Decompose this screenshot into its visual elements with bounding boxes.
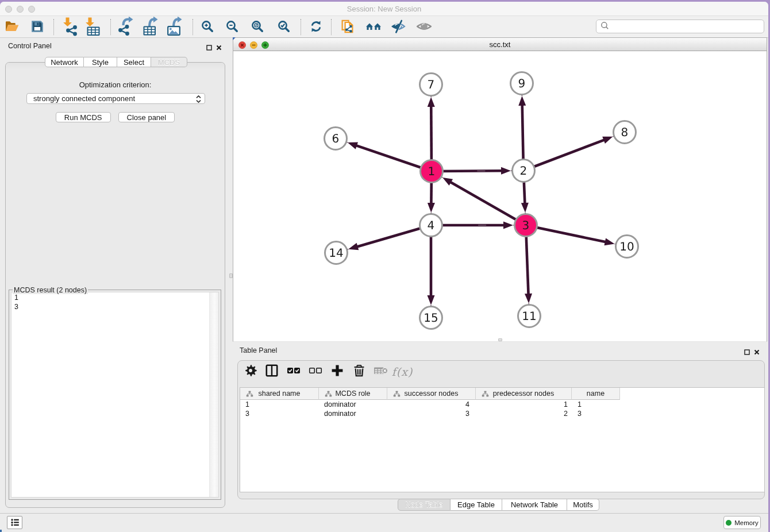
toolbar-separator — [331, 19, 332, 35]
zoom-fit-button[interactable] — [248, 18, 267, 37]
zoom-out-icon — [225, 20, 239, 36]
svg-text:10: 10 — [619, 240, 634, 253]
close-panel-icon[interactable] — [216, 43, 222, 53]
import-network-button[interactable] — [60, 18, 80, 37]
network-window-title: scc.txt — [233, 38, 767, 51]
zoom-fit-icon — [251, 20, 264, 36]
table-panel: Table Panel f(x) shared nameMCDS rolesuc… — [233, 344, 767, 512]
run-mcds-button[interactable]: Run MCDS — [56, 112, 111, 122]
tab-edge-table[interactable]: Edge Table — [451, 499, 502, 511]
mcds-result-textarea[interactable]: 1 3 — [11, 292, 219, 498]
tab-node-table[interactable]: Node Table — [398, 499, 451, 511]
refresh-icon — [309, 20, 323, 36]
search-input[interactable] — [612, 22, 764, 30]
zoom-out-button[interactable] — [222, 18, 242, 37]
close-window-button[interactable] — [5, 6, 12, 13]
table-row[interactable]: 3dominator323 — [240, 409, 620, 418]
export-network-icon — [117, 17, 133, 38]
column-settings-icon — [244, 364, 257, 380]
result-scrollbar[interactable] — [209, 292, 218, 497]
cybrowser-button[interactable] — [338, 18, 357, 37]
column-header-predecessor-nodes[interactable]: predecessor nodes — [476, 388, 572, 400]
toolbar-separator — [301, 19, 301, 35]
close-network-button[interactable] — [238, 41, 246, 51]
split-columns-icon — [265, 364, 279, 380]
table-toolbar: f(x) — [233, 357, 767, 384]
zoom-in-icon — [201, 20, 214, 36]
network-node-1[interactable]: 1 — [421, 160, 443, 183]
table-cell: 1 — [476, 400, 572, 409]
network-canvas[interactable]: 1234678910111415 — [233, 52, 767, 341]
float-table-panel-icon[interactable] — [744, 347, 750, 357]
unselect-all-columns-button[interactable] — [306, 362, 325, 381]
float-panel-icon[interactable] — [206, 43, 212, 53]
save-session-button[interactable] — [28, 18, 47, 37]
zoom-in-button[interactable] — [198, 18, 217, 37]
network-node-2[interactable]: 2 — [513, 160, 535, 182]
close-panel-button[interactable]: Close panel — [118, 112, 175, 122]
network-graph[interactable]: 1234678910111415 — [233, 52, 767, 342]
close-table-panel-icon[interactable] — [754, 347, 760, 357]
refresh-button[interactable] — [306, 18, 326, 37]
column-type-icon — [325, 390, 332, 399]
window-controls — [5, 6, 35, 13]
select-all-columns-button[interactable] — [284, 362, 303, 381]
add-column-button[interactable] — [328, 362, 347, 381]
export-network-button[interactable] — [116, 18, 135, 37]
network-node-9[interactable]: 9 — [511, 72, 533, 95]
window-titlebar: Session: New Session — [0, 2, 768, 16]
column-header-MCDS-role[interactable]: MCDS role — [319, 388, 387, 400]
search-icon — [600, 21, 609, 32]
search-box[interactable] — [596, 20, 764, 33]
table-cell: 3 — [572, 409, 620, 418]
network-window-titlebar[interactable]: scc.txt — [233, 38, 767, 51]
export-image-button[interactable] — [164, 18, 184, 37]
toolbar-separator — [53, 19, 54, 35]
svg-text:15: 15 — [424, 311, 438, 325]
table-row[interactable]: 1dominator411 — [240, 400, 620, 409]
network-node-11[interactable]: 11 — [518, 305, 541, 327]
maximize-window-button[interactable] — [28, 6, 35, 13]
function-builder-button: f(x) — [392, 362, 412, 381]
column-header-successor-nodes[interactable]: successor nodes — [387, 388, 476, 400]
column-header-name[interactable]: name — [572, 388, 620, 400]
open-file-button[interactable] — [2, 18, 22, 37]
column-settings-button[interactable] — [241, 362, 260, 381]
network-node-7[interactable]: 7 — [420, 74, 442, 96]
import-table-button[interactable] — [83, 18, 102, 37]
hide-panel-icon — [391, 19, 406, 36]
control-panel-tabs: NetworkStyleSelectMCDS — [45, 57, 187, 67]
column-label: successor nodes — [405, 390, 459, 398]
tab-select[interactable]: Select — [117, 57, 151, 67]
tab-network[interactable]: Network — [45, 57, 84, 67]
home-button[interactable] — [364, 18, 383, 37]
column-type-icon — [246, 390, 253, 399]
network-node-14[interactable]: 14 — [325, 242, 348, 264]
maximize-network-button[interactable] — [261, 41, 269, 51]
vertical-split-divider[interactable] — [225, 38, 233, 506]
network-node-6[interactable]: 6 — [325, 128, 347, 150]
tab-network-table[interactable]: Network Table — [502, 499, 567, 511]
split-columns-button[interactable] — [262, 362, 282, 381]
memory-button[interactable]: Memory — [723, 516, 761, 529]
network-node-4[interactable]: 4 — [420, 214, 442, 237]
optimization-criterion-select[interactable]: strongly connected component — [26, 93, 205, 104]
minimize-window-button[interactable] — [17, 6, 24, 13]
hide-panel-button[interactable] — [388, 18, 408, 37]
network-node-10[interactable]: 10 — [616, 236, 638, 258]
zoom-selected-button[interactable] — [274, 18, 294, 37]
export-table-button[interactable] — [140, 18, 160, 37]
tab-mcds[interactable]: MCDS — [151, 57, 187, 67]
delete-column-button[interactable] — [349, 362, 369, 381]
tab-motifs[interactable]: Motifs — [567, 499, 599, 511]
network-node-3[interactable]: 3 — [515, 214, 537, 237]
minimize-network-button[interactable] — [250, 41, 257, 51]
column-header-shared-name[interactable]: shared name — [240, 388, 319, 400]
network-node-15[interactable]: 15 — [420, 307, 442, 329]
optimization-criterion-label: Optimization criterion: — [6, 80, 225, 89]
divider-grip[interactable] — [498, 338, 502, 341]
task-history-button[interactable] — [7, 516, 22, 529]
show-panel-button[interactable] — [414, 18, 434, 37]
tab-style[interactable]: Style — [84, 57, 117, 67]
network-node-8[interactable]: 8 — [614, 121, 636, 144]
